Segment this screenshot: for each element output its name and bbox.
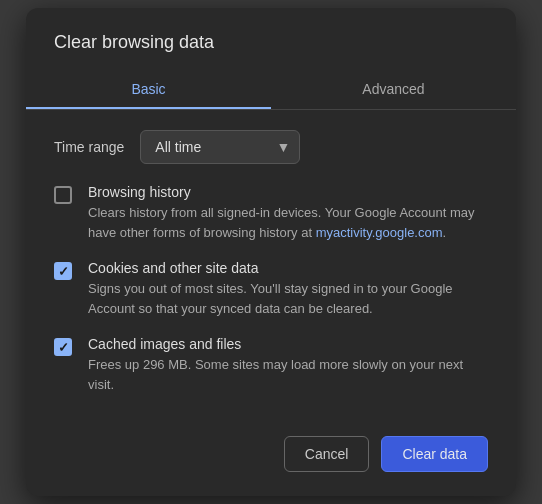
time-range-row: Time range Last hour Last 24 hours Last … bbox=[54, 130, 488, 164]
checkbox-cookies[interactable]: ✓ bbox=[54, 262, 72, 280]
clear-browsing-data-dialog: Clear browsing data Basic Advanced Time … bbox=[26, 8, 516, 496]
time-range-label: Time range bbox=[54, 139, 124, 155]
checkbox-cached[interactable]: ✓ bbox=[54, 338, 72, 356]
option-desc-cookies: Signs you out of most sites. You'll stay… bbox=[88, 279, 488, 318]
cancel-button[interactable]: Cancel bbox=[284, 436, 370, 472]
option-title-cookies: Cookies and other site data bbox=[88, 260, 488, 276]
checkmark-icon: ✓ bbox=[58, 341, 69, 354]
tab-basic[interactable]: Basic bbox=[26, 69, 271, 109]
dialog-content: Time range Last hour Last 24 hours Last … bbox=[26, 110, 516, 420]
myactivity-link[interactable]: myactivity.google.com bbox=[316, 225, 443, 240]
dialog-title: Clear browsing data bbox=[26, 8, 516, 69]
tabs: Basic Advanced bbox=[26, 69, 516, 110]
checkmark-icon: ✓ bbox=[58, 265, 69, 278]
option-text-cookies: Cookies and other site data Signs you ou… bbox=[88, 260, 488, 318]
option-title-browsing-history: Browsing history bbox=[88, 184, 488, 200]
clear-data-button[interactable]: Clear data bbox=[381, 436, 488, 472]
time-range-select-wrapper: Last hour Last 24 hours Last 7 days Last… bbox=[140, 130, 300, 164]
time-range-select[interactable]: Last hour Last 24 hours Last 7 days Last… bbox=[140, 130, 300, 164]
checkbox-browsing-history[interactable] bbox=[54, 186, 72, 204]
option-title-cached: Cached images and files bbox=[88, 336, 488, 352]
tab-advanced[interactable]: Advanced bbox=[271, 69, 516, 109]
option-row-cookies: ✓ Cookies and other site data Signs you … bbox=[54, 260, 488, 318]
option-text-cached: Cached images and files Frees up 296 MB.… bbox=[88, 336, 488, 394]
option-row-browsing-history: Browsing history Clears history from all… bbox=[54, 184, 488, 242]
dialog-footer: Cancel Clear data bbox=[26, 420, 516, 476]
option-row-cached: ✓ Cached images and files Frees up 296 M… bbox=[54, 336, 488, 394]
option-text-browsing-history: Browsing history Clears history from all… bbox=[88, 184, 488, 242]
option-desc-cached: Frees up 296 MB. Some sites may load mor… bbox=[88, 355, 488, 394]
option-desc-browsing-history: Clears history from all signed-in device… bbox=[88, 203, 488, 242]
